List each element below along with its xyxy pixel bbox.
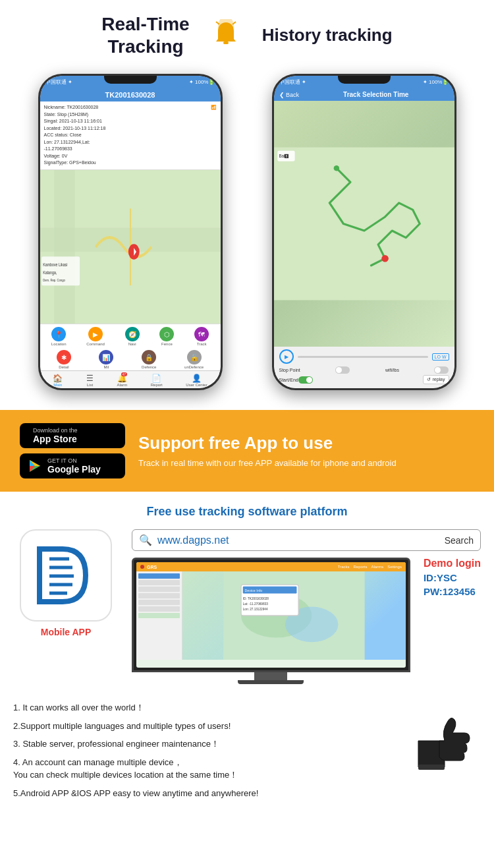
phone1-content: Nickname: TK2001630028 📶 State: Stop (15… bbox=[40, 101, 221, 324]
phone2-track-title: Track Selection Time bbox=[343, 91, 408, 98]
monitor-body: Device Info ID: TK2001630028 Lat: -11.27… bbox=[136, 571, 406, 660]
start-end-toggle[interactable] bbox=[298, 376, 313, 384]
monitor-stand bbox=[254, 672, 287, 680]
app-icon-section: Mobile APP bbox=[13, 529, 119, 637]
phone2-mockup: 中国联通 ✦ 11:16 ✦ 100%🔋 ❮ Back Track Select… bbox=[272, 74, 456, 390]
phone2-map: Bai🅱 bbox=[274, 101, 454, 347]
search-icon: 🔍 bbox=[139, 534, 152, 546]
wifi-lbs-toggle[interactable] bbox=[434, 366, 449, 374]
start-end-row: Start/End ↺ replay bbox=[279, 375, 449, 384]
banner-main-text: Support free App to use bbox=[138, 433, 474, 453]
phone2-screen: 中国联通 ✦ 11:16 ✦ 100%🔋 ❮ Back Track Select… bbox=[274, 76, 454, 388]
search-url: www.dagps.net bbox=[157, 535, 439, 546]
phone1-device-info: Nickname: TK2001630028 📶 State: Stop (15… bbox=[40, 101, 221, 170]
play-button[interactable]: ▶ bbox=[279, 349, 294, 364]
phone1-notch bbox=[104, 76, 157, 84]
svg-text:Katanga,: Katanga, bbox=[43, 269, 57, 275]
platform-content: Mobile APP 🔍 www.dagps.net Search GRS bbox=[13, 529, 481, 684]
app-store-large-text: App Store bbox=[33, 434, 78, 444]
title-history: History tracking bbox=[262, 25, 393, 45]
bell-icon bbox=[209, 19, 242, 52]
nav-command[interactable]: ▶ Command bbox=[86, 327, 105, 346]
wifi-lbs-label: wifi/lbs bbox=[385, 368, 399, 372]
bottom-nav-user[interactable]: 👤 User Center bbox=[186, 374, 207, 387]
bottom-nav-list[interactable]: ☰ List bbox=[86, 374, 94, 387]
phone1-map: Kambove Likasi Katanga, Dem. Rep. Congo bbox=[40, 170, 221, 324]
bottom-nav-main[interactable]: 🏠 Main bbox=[53, 374, 63, 387]
nav-navi[interactable]: 🧭 Navi bbox=[125, 327, 140, 346]
demo-login-section: Demo login ID:YSC PW:123456 bbox=[424, 558, 481, 597]
play-store-icon bbox=[28, 459, 42, 473]
feature-3: 3. Stable server, professional engineer … bbox=[13, 738, 395, 751]
banner-sub-text: Track in real time with our free APP ava… bbox=[138, 457, 474, 469]
feature-2: 2.Support multiple languages and multipl… bbox=[13, 720, 395, 733]
svg-text:Bai🅱: Bai🅱 bbox=[279, 154, 288, 159]
nav-mil[interactable]: 📊 Mil bbox=[99, 350, 113, 369]
top-titles: Real-Time Tracking History tracking bbox=[13, 13, 481, 57]
nav-location[interactable]: 📍 Location bbox=[51, 327, 67, 346]
svg-text:ID: TK2001630028: ID: TK2001630028 bbox=[243, 597, 269, 600]
nav-detail[interactable]: ✱ Detail bbox=[57, 350, 71, 369]
svg-rect-13 bbox=[274, 148, 454, 301]
feature-5: 5.Android APP &IOS APP easy to view anyt… bbox=[13, 787, 395, 800]
app-store-button[interactable]: Download on the App Store bbox=[20, 423, 125, 448]
app-store-small-text: Download on the bbox=[33, 427, 78, 434]
banner-text-block: Support free App to use Track in real ti… bbox=[138, 433, 474, 469]
svg-text:Lat: -11.27069833: Lat: -11.27069833 bbox=[243, 602, 268, 606]
desktop-monitor: GRS Tracks Reports Alarms Settings bbox=[132, 558, 410, 684]
phones-row: 中国联通 ✦ 11:16 ✦ 100%🔋 TK2001630028 Nickna… bbox=[13, 67, 481, 397]
search-button[interactable]: Search bbox=[445, 535, 474, 546]
phone1-bottom-nav: 🏠 Main ☰ List 🔔 47 Alarm bbox=[40, 370, 221, 388]
thumbs-up-section bbox=[402, 701, 481, 774]
top-section: Real-Time Tracking History tracking 中国联通 bbox=[0, 0, 494, 403]
monitor-screen: GRS Tracks Reports Alarms Settings bbox=[136, 562, 406, 668]
dagps-icon bbox=[20, 529, 112, 622]
demo-login-label: Demo login bbox=[424, 558, 481, 569]
stop-point-row: Stop Point wifi/lbs bbox=[279, 366, 449, 374]
svg-text:Kambove Likasi: Kambove Likasi bbox=[43, 262, 67, 267]
phone2-notch bbox=[338, 76, 391, 84]
nav-defence[interactable]: 🔒 Defence bbox=[142, 350, 156, 369]
phone1-header: TK2001630028 bbox=[40, 88, 221, 101]
bottom-nav-alarm[interactable]: 🔔 47 Alarm bbox=[117, 374, 127, 387]
monitor-map: Device Info ID: TK2001630028 Lat: -11.27… bbox=[182, 571, 406, 660]
bottom-nav-report[interactable]: 📄 Report bbox=[151, 374, 163, 387]
nav-fence[interactable]: ⬡ Fence bbox=[159, 327, 174, 346]
google-play-large-text: Google Play bbox=[47, 464, 101, 475]
monitor-screen-wrapper: GRS Tracks Reports Alarms Settings bbox=[132, 558, 410, 672]
playback-row: ▶ LO W bbox=[279, 349, 449, 364]
monitor-top-bar: GRS Tracks Reports Alarms Settings bbox=[136, 562, 406, 571]
feature-4: 4. An account can manage multiple device… bbox=[13, 756, 395, 782]
phone1-screen: 中国联通 ✦ 11:16 ✦ 100%🔋 TK2001630028 Nickna… bbox=[40, 76, 221, 388]
stop-point-toggle[interactable] bbox=[335, 366, 350, 374]
phone1-nav-row2: ✱ Detail 📊 Mil 🔒 Defence 🔓 bbox=[40, 349, 221, 370]
phone1-nav-row1: 📍 Location ▶ Command 🧭 Navi ⬡ bbox=[40, 324, 221, 349]
phone2-header: ❮ Back Track Selection Time bbox=[274, 88, 454, 101]
phone2-container: 中国联通 ✦ 11:16 ✦ 100%🔋 ❮ Back Track Select… bbox=[265, 74, 463, 390]
svg-point-14 bbox=[333, 165, 339, 171]
monitor-base bbox=[238, 680, 304, 684]
store-buttons: Download on the App Store GET IT ON Goog… bbox=[20, 423, 125, 478]
platform-section: Free use tracking software platform Mob bbox=[0, 492, 494, 691]
progress-bar[interactable] bbox=[298, 356, 428, 358]
google-play-button[interactable]: GET IT ON Google Play bbox=[20, 453, 125, 478]
platform-title: Free use tracking software platform bbox=[13, 505, 481, 519]
svg-rect-1 bbox=[223, 42, 229, 44]
features-text: 1. It can works all over the world！ 2.Su… bbox=[13, 701, 395, 805]
replay-button[interactable]: ↺ replay bbox=[423, 375, 449, 384]
right-section: 🔍 www.dagps.net Search GRS Tracks bbox=[132, 529, 481, 684]
demo-pw: PW:123456 bbox=[424, 586, 481, 597]
start-end-label: Start/End bbox=[279, 378, 298, 382]
svg-text:Dem. Rep. Congo: Dem. Rep. Congo bbox=[43, 277, 65, 282]
nav-track[interactable]: 🗺 Track bbox=[194, 327, 209, 346]
yellow-banner: Download on the App Store GET IT ON Goog… bbox=[0, 410, 494, 492]
nav-undefence[interactable]: 🔓 unDefence bbox=[184, 350, 204, 369]
back-button[interactable]: ❮ Back bbox=[279, 92, 300, 98]
monitor-main: Device Info ID: TK2001630028 Lat: -11.27… bbox=[182, 571, 406, 660]
playback-controls: ▶ LO W Stop Point wifi/lbs Start/End bbox=[274, 347, 454, 388]
monitor-row: GRS Tracks Reports Alarms Settings bbox=[132, 558, 481, 684]
google-play-small-text: GET IT ON bbox=[47, 457, 101, 464]
features-section: 1. It can works all over the world！ 2.Su… bbox=[0, 691, 494, 818]
svg-text:Lon: 27.13122944: Lon: 27.13122944 bbox=[243, 608, 268, 611]
search-bar: 🔍 www.dagps.net Search bbox=[132, 529, 481, 551]
